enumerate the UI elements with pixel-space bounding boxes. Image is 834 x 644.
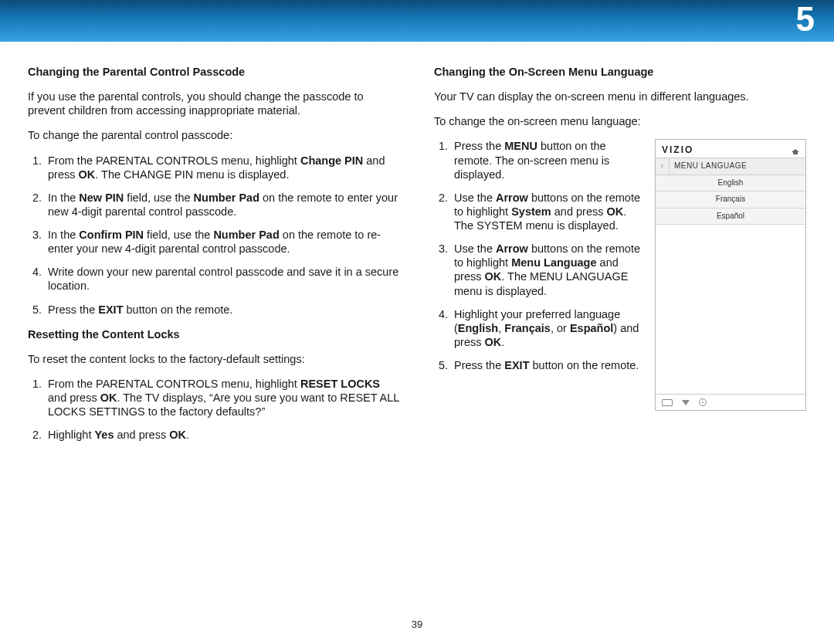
steps-list: Press the MENU button on the remote. The… <box>434 139 642 372</box>
tv-language-option: Français <box>656 192 805 208</box>
home-icon <box>792 147 799 154</box>
back-icon: ‹ <box>656 158 670 175</box>
body-text: To change the parental control passcode: <box>28 128 400 142</box>
chapter-number: 5 <box>796 0 815 39</box>
step-item: Press the MENU button on the remote. The… <box>451 139 642 181</box>
tv-language-option: Español <box>656 208 805 225</box>
step-item: From the PARENTAL CONTROLS menu, highlig… <box>45 154 400 181</box>
steps-list: From the PARENTAL CONTROLS menu, highlig… <box>28 154 400 317</box>
section-heading: Changing the On-Screen Menu Language <box>434 65 806 79</box>
chevron-down-icon <box>682 400 690 405</box>
section-heading: Resetting the Content Locks <box>28 327 400 341</box>
step-item: Use the Arrow buttons on the remote to h… <box>451 191 642 232</box>
tv-breadcrumb-label: MENU LANGUAGE <box>670 158 805 175</box>
tv-brand-label: VIZIO <box>662 144 693 156</box>
steps-list: From the PARENTAL CONTROLS menu, highlig… <box>28 377 400 442</box>
gear-icon <box>699 398 707 406</box>
step-item: Use the Arrow buttons on the remote to h… <box>451 242 642 298</box>
left-column: Changing the Parental Control Passcode I… <box>28 65 400 452</box>
tv-language-option: English <box>656 175 805 192</box>
tv-menu-illustration: VIZIO ‹ MENU LANGUAGE English Français E… <box>655 139 806 411</box>
body-text: To change the on-screen menu language: <box>434 114 806 128</box>
body-text: Your TV can display the on-screen menu i… <box>434 90 806 103</box>
step-item: Highlight your preferred language (Engli… <box>451 307 642 349</box>
header-band: 5 <box>0 0 834 42</box>
step-item: Press the EXIT button on the remote. <box>45 303 400 317</box>
body-text: If you use the parental controls, you sh… <box>28 90 400 117</box>
section-heading: Changing the Parental Control Passcode <box>28 65 400 79</box>
page-content: Changing the Parental Control Passcode I… <box>0 42 834 452</box>
step-item: Write down your new parental control pas… <box>45 265 400 293</box>
step-item: Highlight Yes and press OK. <box>45 428 400 442</box>
step-item: Press the EXIT button on the remote. <box>451 358 642 372</box>
step-item: From the PARENTAL CONTROLS menu, highlig… <box>45 377 400 419</box>
right-column: Changing the On-Screen Menu Language You… <box>434 65 806 452</box>
body-text: To reset the content locks to the factor… <box>28 352 400 366</box>
page-number: 39 <box>0 619 834 630</box>
tv-breadcrumb: ‹ MENU LANGUAGE <box>656 158 805 175</box>
wide-icon <box>662 399 673 406</box>
step-item: In the Confirm PIN field, use the Number… <box>45 228 400 256</box>
step-item: In the New PIN field, use the Number Pad… <box>45 191 400 219</box>
tv-footer-icons <box>656 394 805 410</box>
